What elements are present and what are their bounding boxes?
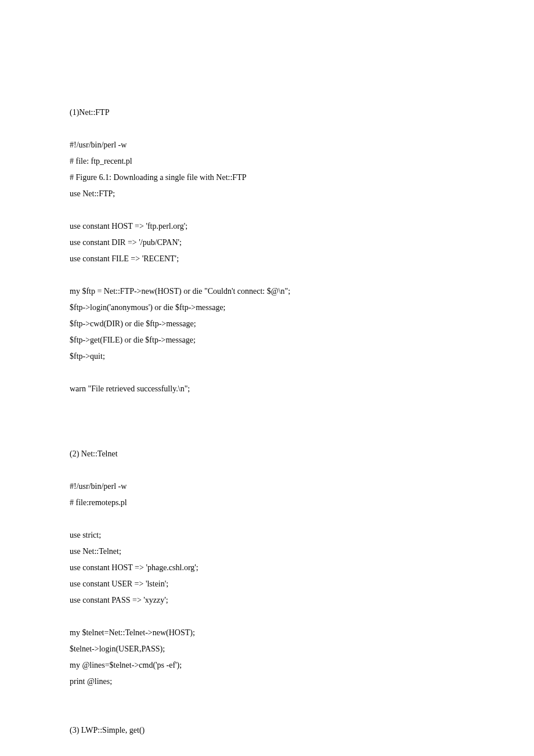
- code-line: [70, 413, 464, 430]
- code-line: use Net::Telnet;: [70, 543, 464, 560]
- code-line: use constant HOST => 'ftp.perl.org';: [70, 218, 464, 235]
- code-line: my $telnet=Net::Telnet->new(HOST);: [70, 625, 464, 641]
- code-line: [70, 609, 464, 625]
- code-line: (1)Net::FTP: [70, 105, 464, 121]
- document-page: (1)Net::FTP#!/usr/bin/perl -w# file: ftp…: [0, 0, 534, 756]
- code-line: my @lines=$telnet->cmd('ps -ef');: [70, 657, 464, 674]
- code-line: [70, 267, 464, 283]
- code-line: # file: ftp_recent.pl: [70, 153, 464, 170]
- code-line: $telnet->login(USER,PASS);: [70, 641, 464, 657]
- code-line: [70, 430, 464, 446]
- code-line: use constant HOST => 'phage.cshl.org';: [70, 560, 464, 576]
- code-line: # file:remoteps.pl: [70, 495, 464, 511]
- code-line: (2) Net::Telnet: [70, 446, 464, 462]
- code-line: $ftp->cwd(DIR) or die $ftp->message;: [70, 316, 464, 332]
- code-line: # Figure 6.1: Downloading a single file …: [70, 170, 464, 186]
- code-line: warn "File retrieved successfully.\n";: [70, 381, 464, 397]
- code-line: $ftp->get(FILE) or die $ftp->message;: [70, 332, 464, 348]
- code-line: #!/usr/bin/perl -w: [70, 478, 464, 495]
- code-line: $ftp->login('anonymous') or die $ftp->me…: [70, 300, 464, 316]
- code-line: use constant DIR => '/pub/CPAN';: [70, 235, 464, 251]
- code-line: (3) LWP::Simple, get(): [70, 722, 464, 739]
- code-line: [70, 462, 464, 478]
- code-line: use Net::FTP;: [70, 186, 464, 202]
- code-line: #!/usr/bin/perl -w: [70, 137, 464, 153]
- code-line: [70, 365, 464, 381]
- code-line: use constant USER => 'lstein';: [70, 576, 464, 592]
- code-line: use constant PASS => 'xyzzy';: [70, 592, 464, 609]
- code-line: use constant FILE => 'RECENT';: [70, 251, 464, 267]
- code-line: [70, 202, 464, 218]
- code-line: [70, 511, 464, 527]
- code-line: print @lines;: [70, 674, 464, 690]
- code-line: $ftp->quit;: [70, 348, 464, 365]
- code-line: [70, 121, 464, 137]
- code-line: [70, 690, 464, 706]
- code-line: [70, 706, 464, 722]
- code-line: my $ftp = Net::FTP->new(HOST) or die "Co…: [70, 283, 464, 300]
- code-line: use strict;: [70, 527, 464, 543]
- code-line: [70, 397, 464, 413]
